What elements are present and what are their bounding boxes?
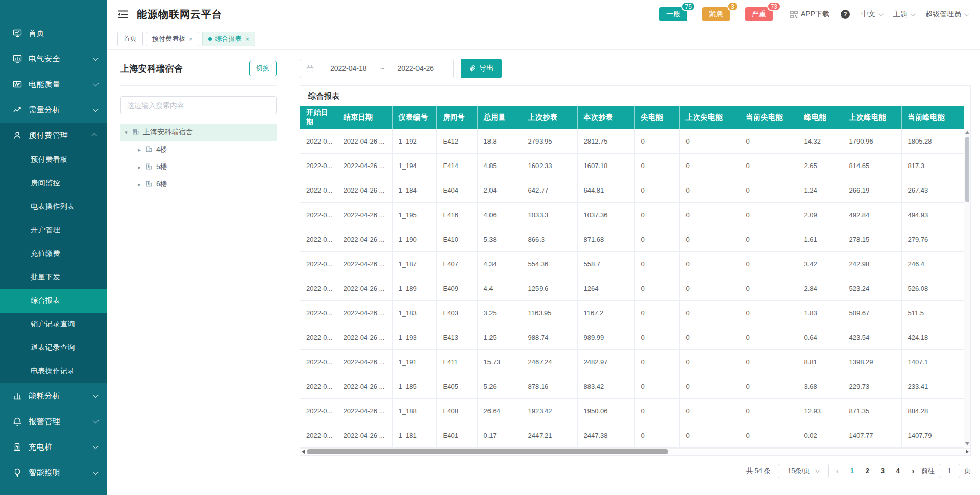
export-label: 导出: [479, 64, 494, 73]
column-header[interactable]: 上次尖电能: [679, 106, 740, 129]
column-header[interactable]: 上次抄表: [522, 106, 577, 129]
submenu-item-meter-ret-query[interactable]: 退表记录查询: [0, 336, 107, 360]
theme-selector[interactable]: 主题: [893, 10, 914, 19]
table-row[interactable]: 2022-0...2022-04-26 ...1_183E4033.251163…: [300, 300, 964, 325]
close-icon[interactable]: ×: [246, 36, 250, 42]
column-header[interactable]: 上次峰电能: [843, 106, 901, 129]
submenu-item-prepaid-board[interactable]: 预付费看板: [0, 148, 107, 172]
sidebar-item-smart-lighting[interactable]: 智能照明: [0, 460, 107, 485]
alarm-badges: 一般75紧急3严重73: [659, 7, 773, 21]
tree-node-child[interactable]: ▸6楼: [120, 176, 277, 193]
sidebar-item-alarm-mgmt[interactable]: 报警管理: [0, 409, 107, 434]
prev-page-button[interactable]: ‹: [836, 467, 839, 475]
scroll-up-icon[interactable]: [965, 131, 969, 134]
tab-home[interactable]: 首页: [117, 32, 143, 46]
table-row[interactable]: 2022-0...2022-04-26 ...1_195E4164.061033…: [300, 202, 964, 227]
table-cell: E416: [436, 202, 477, 227]
search-input[interactable]: [120, 96, 277, 114]
user-menu[interactable]: 超级管理员: [925, 10, 968, 19]
table-row[interactable]: 2022-0...2022-04-26 ...1_192E41218.82793…: [300, 129, 964, 153]
alarm-badge-critical[interactable]: 严重73: [745, 7, 773, 21]
help-icon[interactable]: ?: [841, 10, 850, 19]
page-button-4[interactable]: 4: [891, 464, 904, 478]
tree-node-child[interactable]: ▸5楼: [120, 158, 277, 176]
scroll-down-icon[interactable]: [965, 442, 969, 445]
submenu-item-account-mgmt[interactable]: 开户管理: [0, 219, 107, 242]
language-selector[interactable]: 中文: [861, 10, 882, 19]
next-page-button[interactable]: ›: [912, 467, 914, 475]
table-row[interactable]: 2022-0...2022-04-26 ...1_187E4074.34554.…: [300, 251, 964, 276]
column-header[interactable]: 尖电能: [634, 106, 679, 129]
column-header[interactable]: 本次抄表: [577, 106, 634, 129]
vertical-scroll-thumb[interactable]: [965, 137, 969, 202]
goto-page-input[interactable]: [939, 464, 960, 478]
page-button-2[interactable]: 2: [861, 464, 874, 478]
app-download-link[interactable]: APP下载: [790, 10, 829, 19]
column-header[interactable]: 结束日期: [337, 106, 392, 129]
table-row[interactable]: 2022-0...2022-04-26 ...1_191E41115.73246…: [300, 349, 964, 374]
table-row[interactable]: 2022-0...2022-04-26 ...1_189E4094.41259.…: [300, 276, 964, 300]
horizontal-scroll-thumb[interactable]: [307, 449, 668, 454]
submenu-item-recharge-pay[interactable]: 充值缴费: [0, 242, 107, 266]
submenu-item-batch-dispatch[interactable]: 批量下发: [0, 266, 107, 289]
column-header[interactable]: 当前峰电能: [901, 106, 964, 129]
table-row[interactable]: 2022-0...2022-04-26 ...1_184E4042.04642.…: [300, 178, 964, 202]
table-cell: 0: [740, 300, 798, 325]
caret-down-icon[interactable]: ▾: [124, 129, 129, 136]
alarm-badge-general[interactable]: 一般75: [659, 7, 687, 21]
sidebar-item-electrical-safety[interactable]: 电气安全: [0, 46, 107, 72]
table-cell: 554.36: [522, 251, 577, 276]
alarm-badge-urgent[interactable]: 紧急3: [702, 7, 730, 21]
column-header[interactable]: 峰电能: [798, 106, 843, 129]
close-icon[interactable]: ×: [189, 36, 193, 42]
tree-node-root[interactable]: ▾ 上海安科瑞宿舍: [120, 124, 277, 141]
column-header[interactable]: 开始日期: [300, 106, 337, 129]
page-button-1[interactable]: 1: [845, 464, 859, 478]
switch-button[interactable]: 切换: [249, 61, 277, 76]
date-range-picker[interactable]: 2022-04-18 ~ 2022-04-26: [300, 59, 454, 78]
tree-node-child[interactable]: ▸4楼: [120, 141, 277, 158]
submenu-item-meter-op-record[interactable]: 电表操作记录: [0, 360, 107, 383]
scroll-left-icon[interactable]: [302, 450, 305, 454]
export-button[interactable]: 导出: [461, 59, 502, 78]
column-header[interactable]: 房间号: [436, 106, 477, 129]
table-row[interactable]: 2022-0...2022-04-26 ...1_193E4131.25988.…: [300, 325, 964, 349]
tab-prepaid-board[interactable]: 预付费看板×: [146, 32, 199, 46]
submenu-item-combined-report[interactable]: 综合报表: [0, 289, 107, 313]
caret-right-icon[interactable]: ▸: [137, 181, 142, 188]
caret-right-icon[interactable]: ▸: [137, 147, 142, 153]
building-title: 上海安科瑞宿舍: [120, 63, 183, 75]
menu-collapse-icon[interactable]: [117, 10, 129, 19]
table-row[interactable]: 2022-0...2022-04-26 ...1_188E40826.64192…: [300, 398, 964, 423]
scroll-right-icon[interactable]: [966, 450, 969, 454]
page-size-select[interactable]: 15条/页: [778, 464, 829, 478]
column-header[interactable]: 当前尖电能: [740, 106, 798, 129]
sidebar-item-home[interactable]: 首页: [0, 20, 107, 46]
table-row[interactable]: 2022-0...2022-04-26 ...1_181E4010.172447…: [300, 423, 964, 447]
table-row[interactable]: 2022-0...2022-04-26 ...1_190E4105.38866.…: [300, 227, 964, 251]
sidebar-item-demand-analysis[interactable]: 需量分析: [0, 97, 107, 123]
caret-right-icon[interactable]: ▸: [137, 164, 142, 171]
column-header[interactable]: 仪表编号: [392, 106, 436, 129]
submenu-item-room-monitor[interactable]: 房间监控: [0, 172, 107, 195]
bell-icon: [12, 416, 22, 427]
table-row[interactable]: 2022-0...2022-04-26 ...1_194E4144.851602…: [300, 153, 964, 178]
vertical-scrollbar[interactable]: [964, 129, 970, 447]
badge-label: 严重: [752, 10, 766, 18]
table-cell: 1.61: [798, 227, 843, 251]
sidebar-item-energy-analysis[interactable]: 能耗分析: [0, 383, 107, 409]
table-row[interactable]: 2022-0...2022-04-26 ...1_185E4055.26878.…: [300, 374, 964, 398]
chevron-down-icon: [93, 469, 99, 475]
sidebar-item-prepaid-mgmt[interactable]: 预付费管理: [0, 123, 107, 148]
badge-count: 3: [727, 2, 738, 11]
page-button-3[interactable]: 3: [876, 464, 889, 478]
tab-combined-report[interactable]: 综合报表×: [202, 32, 256, 46]
sidebar-item-power-quality[interactable]: 电能质量: [0, 72, 107, 97]
submenu-item-close-acct-query[interactable]: 销户记录查询: [0, 313, 107, 336]
horizontal-scrollbar[interactable]: [300, 448, 970, 455]
column-header[interactable]: 总用量: [477, 106, 522, 129]
submenu-item-meter-op-list[interactable]: 电表操作列表: [0, 195, 107, 219]
date-end[interactable]: 2022-04-26: [384, 64, 447, 73]
sidebar-item-charging-pile[interactable]: 充电桩: [0, 434, 107, 460]
date-start[interactable]: 2022-04-18: [317, 64, 380, 73]
